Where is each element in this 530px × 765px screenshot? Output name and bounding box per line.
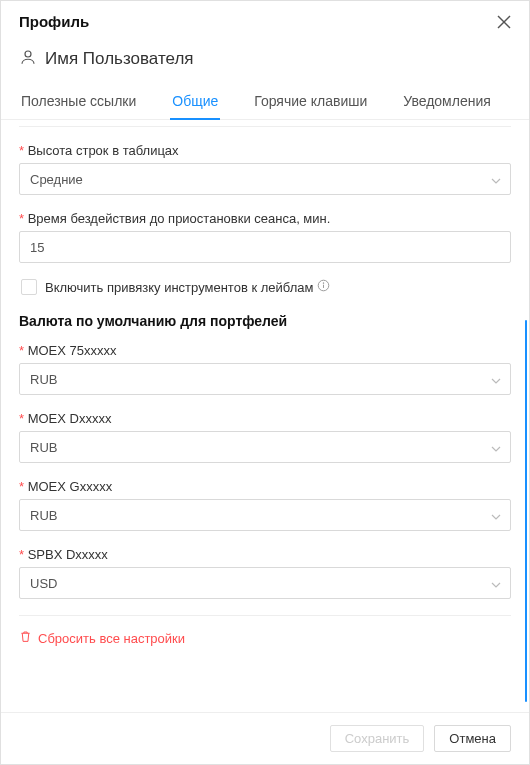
portfolio-label: SPBX Dxxxxx	[19, 547, 511, 562]
portfolio-group: MOEX Dxxxxx RUB	[19, 411, 511, 463]
save-button[interactable]: Сохранить	[330, 725, 425, 752]
tab-general[interactable]: Общие	[170, 85, 220, 119]
info-icon[interactable]	[317, 279, 330, 295]
default-currency-title: Валюта по умолчанию для портфелей	[19, 313, 511, 329]
row-height-select[interactable]: Средние	[19, 163, 511, 195]
row-height-group: Высота строк в таблицах Средние	[19, 143, 511, 195]
portfolio-group: MOEX Gxxxxx RUB	[19, 479, 511, 531]
portfolio-currency-select[interactable]: RUB	[19, 363, 511, 395]
cancel-button[interactable]: Отмена	[434, 725, 511, 752]
user-name: Имя Пользователя	[45, 49, 194, 69]
profile-modal: Профиль Имя Пользователя Полезные ссылки…	[0, 0, 530, 765]
reset-all-label: Сбросить все настройки	[38, 631, 185, 646]
portfolio-label: MOEX Gxxxxx	[19, 479, 511, 494]
idle-time-input[interactable]	[19, 231, 511, 263]
portfolio-currency-value: RUB	[30, 440, 57, 455]
trash-icon	[19, 630, 32, 646]
idle-time-label: Время бездействия до приостановки сеанса…	[19, 211, 511, 226]
portfolio-currency-value: USD	[30, 576, 57, 591]
user-row: Имя Пользователя	[1, 38, 529, 85]
portfolio-currency-value: RUB	[30, 372, 57, 387]
tab-hotkeys[interactable]: Горячие клавиши	[252, 85, 369, 119]
portfolio-group: SPBX Dxxxxx USD	[19, 547, 511, 599]
idle-time-group: Время бездействия до приостановки сеанса…	[19, 211, 511, 263]
modal-title: Профиль	[19, 13, 89, 30]
svg-point-2	[25, 51, 31, 57]
tabs: Полезные ссылки Общие Горячие клавиши Ув…	[1, 85, 529, 120]
row-height-label: Высота строк в таблицах	[19, 143, 511, 158]
portfolio-label: MOEX Dxxxxx	[19, 411, 511, 426]
divider	[19, 615, 511, 616]
close-icon	[497, 15, 511, 29]
portfolio-currency-select[interactable]: USD	[19, 567, 511, 599]
binding-checkbox[interactable]	[21, 279, 37, 295]
tab-notifications[interactable]: Уведомления	[401, 85, 493, 119]
content-area: Высота строк в таблицах Средние Время бе…	[1, 120, 529, 712]
portfolio-label: MOEX 75xxxxx	[19, 343, 511, 358]
portfolio-currency-select[interactable]: RUB	[19, 431, 511, 463]
svg-point-5	[324, 283, 325, 284]
scrollbar[interactable]	[525, 320, 527, 702]
reset-all-link[interactable]: Сбросить все настройки	[19, 630, 511, 646]
binding-checkbox-row: Включить привязку инструментов к лейблам	[19, 279, 511, 295]
portfolio-group: MOEX 75xxxxx RUB	[19, 343, 511, 395]
tab-useful-links[interactable]: Полезные ссылки	[19, 85, 138, 119]
portfolio-currency-select[interactable]: RUB	[19, 499, 511, 531]
row-height-value: Средние	[30, 172, 83, 187]
user-icon	[19, 48, 37, 69]
modal-footer: Сохранить Отмена	[1, 712, 529, 764]
portfolio-currency-value: RUB	[30, 508, 57, 523]
binding-checkbox-label: Включить привязку инструментов к лейблам	[45, 279, 330, 295]
modal-header: Профиль	[1, 1, 529, 38]
close-button[interactable]	[497, 15, 511, 29]
